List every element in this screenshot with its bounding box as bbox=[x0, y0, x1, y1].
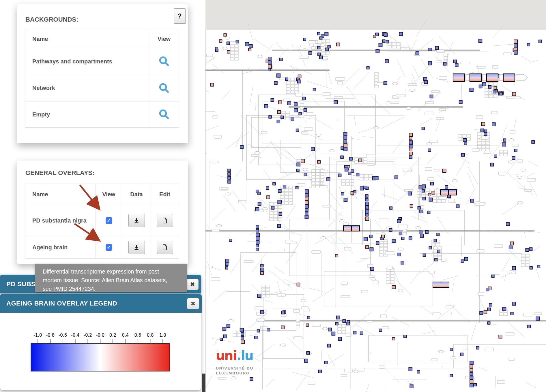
overlays-title: GENERAL OVERLAYS: bbox=[25, 169, 95, 177]
table-cell-data bbox=[122, 205, 151, 236]
overlay-row-ageing-brain: Ageing brain bbox=[25, 236, 95, 258]
view-background-button[interactable] bbox=[158, 55, 171, 68]
column-header-edit: Edit bbox=[151, 184, 179, 205]
view-overlay-checkbox[interactable]: ✓ bbox=[106, 217, 112, 224]
overlay-description-tooltip: Differential transcriptome expression fr… bbox=[35, 264, 187, 292]
edit-overlay-button[interactable] bbox=[157, 241, 173, 254]
backgrounds-panel: BACKGROUNDS: ? Name View Pathways and co… bbox=[17, 4, 188, 143]
download-icon bbox=[133, 217, 140, 224]
download-data-button[interactable] bbox=[128, 241, 145, 254]
scrollbar-fragment[interactable] bbox=[202, 374, 205, 392]
overlay-row-pd-substantia-nigra: PD substantia nigra bbox=[25, 205, 95, 236]
logo-dot: . bbox=[237, 348, 241, 363]
general-overlays-panel: GENERAL OVERLAYS: Name View Data Edit PD… bbox=[17, 161, 188, 264]
table-cell-view bbox=[149, 101, 179, 127]
background-row-pathways: Pathways and compartments bbox=[25, 48, 149, 75]
pathway-map[interactable] bbox=[205, 0, 546, 392]
svg-text:0.8: 0.8 bbox=[147, 333, 154, 338]
svg-text:0.6: 0.6 bbox=[134, 333, 141, 338]
file-icon bbox=[162, 217, 168, 224]
svg-text:1.0: 1.0 bbox=[159, 333, 166, 338]
column-header-name: Name bbox=[25, 184, 95, 205]
background-row-empty: Empty bbox=[25, 101, 149, 127]
svg-text:0.2: 0.2 bbox=[109, 333, 116, 338]
column-header-view: View bbox=[149, 30, 179, 48]
svg-text:-0.6: -0.6 bbox=[59, 333, 67, 338]
file-icon bbox=[162, 244, 168, 250]
close-icon: ✖ bbox=[190, 281, 195, 288]
tooltip-text: Differential transcriptome expression fr… bbox=[43, 268, 167, 292]
unilu-wordmark: uni.lu bbox=[216, 349, 253, 362]
svg-text:-1.0: -1.0 bbox=[33, 333, 42, 338]
ageing-legend-title: AGEING BRAIN OVERLAY LEGEND bbox=[0, 300, 117, 307]
pd-legend-title: PD SUBS bbox=[0, 280, 35, 288]
backgrounds-table: Name View Pathways and compartments Netw… bbox=[25, 30, 179, 128]
ageing-legend-header: AGEING BRAIN OVERLAY LEGEND ✖ bbox=[0, 294, 202, 313]
table-cell-view: ✓ bbox=[95, 236, 122, 258]
svg-text:-0.4: -0.4 bbox=[71, 333, 79, 338]
edit-overlay-button[interactable] bbox=[157, 214, 173, 227]
logo-lu-text: lu bbox=[241, 348, 253, 363]
close-icon: ✖ bbox=[191, 300, 195, 307]
svg-text:-0.2: -0.2 bbox=[84, 333, 92, 338]
svg-text:-0.8: -0.8 bbox=[46, 333, 55, 338]
question-mark-icon: ? bbox=[177, 12, 182, 20]
magnifier-icon bbox=[158, 56, 170, 67]
download-data-button[interactable] bbox=[128, 214, 145, 227]
download-icon bbox=[133, 244, 140, 250]
table-cell-view bbox=[149, 75, 179, 101]
background-row-network: Network bbox=[25, 75, 149, 101]
close-pd-legend-button[interactable]: ✖ bbox=[186, 279, 199, 290]
checkmark-icon: ✓ bbox=[107, 218, 111, 223]
ageing-brain-legend-panel: AGEING BRAIN OVERLAY LEGEND ✖ -1.0-0.8-0… bbox=[0, 294, 201, 391]
logo-line2: LUXEMBOURG bbox=[216, 371, 253, 376]
logo-uni-text: uni bbox=[216, 348, 237, 363]
column-header-data: Data bbox=[122, 184, 151, 205]
table-cell-edit bbox=[151, 236, 179, 258]
unilu-logo: uni.lu UNIVERSITÉ DU LUXEMBOURG bbox=[216, 349, 253, 376]
svg-text:-0.0: -0.0 bbox=[96, 333, 104, 338]
pathway-map-svg bbox=[205, 0, 546, 392]
view-background-button[interactable] bbox=[158, 82, 171, 95]
column-header-view: View bbox=[95, 184, 122, 205]
table-cell-view: ✓ bbox=[95, 205, 122, 236]
color-scale: -1.0-0.8-0.6-0.4-0.2-0.00.20.40.60.81.0 bbox=[29, 329, 173, 379]
column-header-name: Name bbox=[25, 30, 149, 48]
backgrounds-title: BACKGROUNDS: bbox=[25, 16, 78, 23]
checkmark-icon: ✓ bbox=[107, 245, 111, 250]
close-ageing-legend-button[interactable]: ✖ bbox=[187, 298, 199, 309]
table-cell-data bbox=[122, 236, 151, 258]
help-button[interactable]: ? bbox=[174, 8, 186, 24]
logo-line1: UNIVERSITÉ DU bbox=[216, 366, 253, 371]
view-overlay-checkbox[interactable]: ✓ bbox=[106, 244, 112, 251]
overlays-table: Name View Data Edit PD substantia nigra … bbox=[25, 184, 179, 259]
table-cell-view bbox=[149, 48, 179, 75]
table-cell-edit bbox=[151, 205, 179, 236]
view-background-button[interactable] bbox=[158, 108, 171, 121]
svg-text:0.4: 0.4 bbox=[122, 333, 129, 338]
magnifier-icon bbox=[158, 82, 170, 94]
magnifier-icon bbox=[158, 109, 170, 120]
